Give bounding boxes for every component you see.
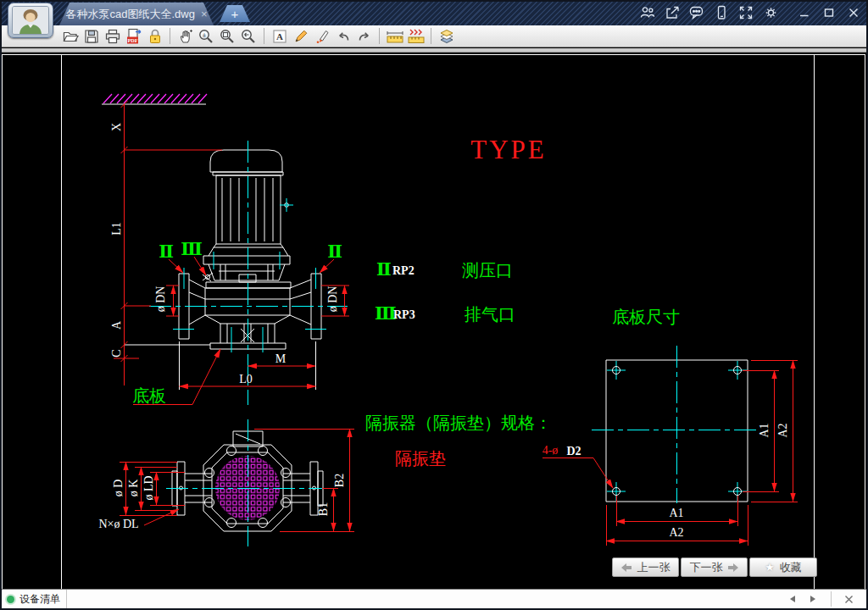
isolator-note-line2: 隔振垫 [395,449,446,468]
contacts-icon[interactable] [638,3,657,22]
dim-label-dn-right: ø DN [326,286,339,313]
legend-row1-sym: Ⅱ [376,259,392,280]
maximize-button[interactable] [820,3,838,22]
settings-gear-icon[interactable] [761,3,780,22]
print-icon[interactable] [102,26,123,47]
legend-block: TYPE Ⅱ RP2 测压口 Ⅲ RP3 排气口 隔振器（隔振垫）规格： 隔振垫… [365,135,680,468]
base-plate-view-title: 底板尺寸 [612,308,680,326]
toolbar-separator [170,28,170,44]
minimize-button[interactable] [795,3,814,22]
device-list-label: 设备清单 [19,592,60,607]
svg-text:±: ± [203,30,207,39]
port-mark-iii: Ⅲ [181,239,203,259]
statusbar-close-button[interactable] [841,592,856,606]
titlebar: 各种水泵cad图纸大全.dwg × + [0,0,868,25]
zoom-window-icon[interactable] [217,26,238,47]
new-tab-button[interactable]: + [220,5,250,22]
svg-text:A: A [276,31,283,42]
undo-icon[interactable] [332,26,353,47]
svg-text:PDF: PDF [127,36,137,42]
export-pdf-icon[interactable]: PDF [123,26,144,47]
dim-label-a2-right: A2 [776,423,789,437]
dim-label-k: ø K [127,480,140,497]
dim-label-ld: ø LD [142,475,155,500]
favorite-button[interactable]: ★ 收藏 [749,557,817,577]
isolator-note-line1: 隔振器（隔振垫）规格： [365,413,552,432]
app-window: 各种水泵cad图纸大全.dwg × + [0,0,868,610]
star-icon: ★ [765,561,775,574]
legend-row1-desc: 测压口 [462,261,513,280]
dim-label-dn-left: ø DN [154,286,167,313]
redo-icon[interactable] [353,26,375,47]
pan-hand-icon[interactable] [175,26,196,47]
pencil-edit-icon[interactable] [290,26,311,47]
base-plate-label: 底板 [132,386,166,405]
hole-callout-size: D2 [566,445,581,458]
close-button[interactable] [844,3,863,22]
dim-label-a: A [110,320,123,330]
statusbar-next-button[interactable] [805,592,821,606]
toolbar-separator [431,28,431,44]
dim-label-a1-bottom: A1 [669,507,683,519]
toolbar: PDF ± [0,25,868,47]
pump-front-view: X L1 A C ø DN ø DN M L0 Ⅱ Ⅲ Ⅱ 底板 [102,94,349,405]
status-dot-icon [7,596,14,603]
drawing-canvas[interactable]: X L1 A C ø DN ø DN M L0 Ⅱ Ⅲ Ⅱ 底板 TYPE Ⅱ … [0,53,868,589]
toolbar-separator [264,28,264,44]
dim-label-a2-bottom: A2 [669,526,683,539]
type-title: TYPE [470,135,547,164]
cad-drawing: X L1 A C ø DN ø DN M L0 Ⅱ Ⅲ Ⅱ 底板 TYPE Ⅱ … [0,53,868,589]
user-avatar[interactable] [8,3,53,38]
next-page-label: 下一张 [690,560,723,575]
statusbar-separator [66,590,67,608]
lock-icon[interactable] [144,26,165,47]
save-icon[interactable] [81,26,102,47]
dim-label-l1: L1 [110,222,123,236]
dim-label-m: M [275,352,287,365]
avatar-photo [12,6,49,35]
base-plate-view: A1 A2 A1 A2 4-ø D2 [542,346,798,546]
dim-label-c: C [110,349,123,357]
titlebar-controls [638,0,863,25]
legend-row2-code: RP3 [393,308,415,321]
prev-page-label: 上一张 [637,560,670,575]
statusbar: 设备清单 [0,589,868,608]
zoom-previous-icon[interactable] [238,26,259,47]
marker-edit-icon[interactable] [311,26,332,47]
statusbar-prev-button[interactable] [785,592,800,606]
hole-callout-count: 4-ø [542,444,559,457]
dim-label-a1-right: A1 [758,423,771,437]
sheet-frame [2,54,865,589]
text-annotation-icon[interactable]: A [269,26,290,47]
fullscreen-icon[interactable] [737,3,755,22]
dim-label-d: ø D [112,480,125,497]
share-icon[interactable] [663,3,682,22]
measure-length-icon[interactable] [384,26,405,47]
dim-label-b1: B1 [317,502,330,516]
mobile-sync-icon[interactable] [712,3,731,22]
dim-label-n-dl: N×ø DL [98,518,138,530]
tab-title: 各种水泵cad图纸大全.dwg [65,7,194,22]
device-list-panel-toggle[interactable]: 设备清单 [7,590,60,608]
dim-label-b2: B2 [333,474,346,487]
layers-icon[interactable] [436,26,457,47]
dim-label-l0: L0 [239,373,253,385]
prev-page-button[interactable]: 上一张 [612,557,679,577]
port-mark-ii-left: Ⅱ [159,241,174,262]
toolbar-separator [379,28,380,44]
arrow-left-icon [621,563,632,572]
zoom-in-out-icon[interactable]: ± [196,26,217,47]
feedback-chat-icon[interactable] [687,3,706,22]
measure-continuous-icon[interactable] [405,26,426,47]
statusbar-separator [831,591,832,607]
arrow-right-icon [728,563,739,572]
legend-row1-code: RP2 [392,264,415,277]
favorite-label: 收藏 [780,560,802,575]
port-mark-ii-right: Ⅱ [327,241,342,262]
document-tab[interactable]: 各种水泵cad图纸大全.dwg × [59,3,214,25]
dim-label-x: X [110,123,123,131]
legend-row2-desc: 排气口 [464,305,515,324]
open-file-icon[interactable] [59,26,81,47]
next-page-button[interactable]: 下一张 [681,557,748,577]
tab-close-icon[interactable]: × [201,8,208,20]
